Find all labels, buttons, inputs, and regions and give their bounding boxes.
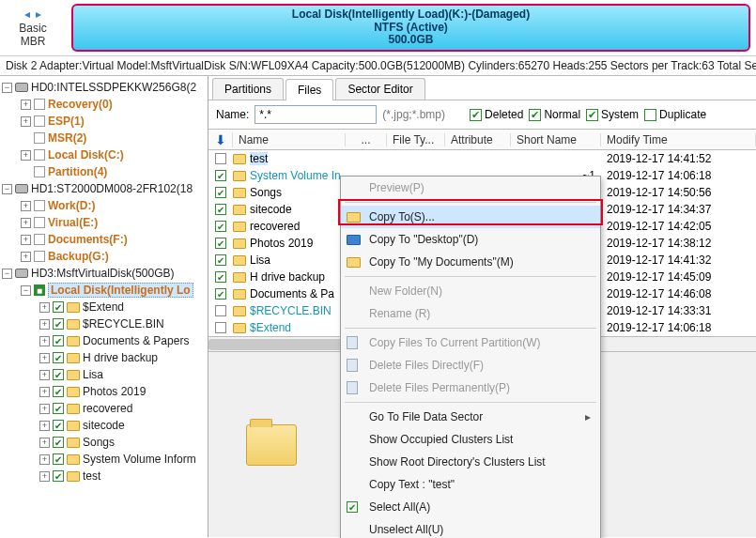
tree-item[interactable]: +✔System Volume Inform: [2, 451, 208, 468]
folder-icon: [233, 323, 246, 333]
desktop-icon: [347, 235, 361, 245]
tree-item[interactable]: +✔Photos 2019: [2, 383, 208, 400]
mi-copy-text[interactable]: Copy Text : "test": [341, 473, 600, 496]
mi-preview[interactable]: Preview(P): [341, 177, 600, 199]
tree-item[interactable]: +✔Documents & Papers: [2, 332, 208, 349]
context-menu: Preview(P) Copy To(S)... Copy To "Deskto…: [340, 176, 601, 538]
folder-icon: [67, 471, 80, 482]
document-icon: [347, 381, 358, 394]
tab-files[interactable]: Files: [285, 79, 333, 100]
mi-select-all[interactable]: ✔Select All(A): [341, 496, 600, 518]
row-checkbox[interactable]: ✔: [215, 187, 226, 198]
nav-fwd-icon[interactable]: ▸: [36, 8, 41, 21]
row-checkbox[interactable]: ✔: [215, 271, 226, 283]
folder-icon: [67, 336, 80, 346]
row-checkbox[interactable]: [215, 305, 226, 316]
check-icon: ✔: [347, 501, 358, 513]
folder-icon: [67, 421, 80, 431]
folder-icon: [67, 370, 80, 380]
table-row[interactable]: test2019-12-17 14:41:52: [208, 150, 756, 167]
nav-back-icon[interactable]: ◂: [24, 8, 30, 21]
mi-new-folder[interactable]: New Folder(N): [341, 280, 600, 302]
mi-delete-perm[interactable]: Delete Files Permanently(P): [341, 377, 600, 399]
folder-icon: [67, 302, 80, 313]
mi-copy-to[interactable]: Copy To(S)...: [341, 206, 600, 228]
folder-icon: [67, 319, 80, 330]
document-icon: [347, 336, 358, 349]
device-tree[interactable]: −HD0:INTELSSDPEKKW256G8(2 +Recovery(0) +…: [0, 76, 208, 537]
folder-icon: [233, 255, 246, 266]
filter-label: Name:: [216, 108, 249, 121]
document-icon: [347, 359, 358, 372]
tree-item[interactable]: +✔$Extend: [2, 299, 208, 315]
row-checkbox[interactable]: [215, 153, 226, 164]
chk-system[interactable]: ✔System: [586, 108, 639, 121]
folder-icon: [67, 438, 80, 448]
grid-header[interactable]: ⬇ Name ... File Ty... Attribute Short Na…: [208, 130, 756, 150]
tree-item[interactable]: +✔Songs: [2, 434, 208, 451]
folder-icon: [233, 205, 246, 215]
tree-item[interactable]: +✔recovered: [2, 400, 208, 417]
tree-item[interactable]: +✔$RECYCLE.BIN: [2, 315, 208, 332]
chk-normal[interactable]: ✔Normal: [529, 108, 580, 121]
tree-item[interactable]: +✔sitecode: [2, 417, 208, 434]
folder-icon: [233, 238, 246, 249]
tab-partitions[interactable]: Partitions: [212, 78, 284, 100]
folder-icon: [233, 222, 246, 232]
chk-deleted[interactable]: ✔Deleted: [470, 108, 523, 121]
mi-root-clusters[interactable]: Show Root Directory's Clusters List: [341, 451, 600, 473]
chk-duplicate[interactable]: ✔Duplicate: [644, 108, 706, 121]
folder-icon: [233, 188, 246, 198]
folder-icon: [233, 289, 246, 300]
disk-icon: [15, 83, 28, 92]
mi-copy-mydocs[interactable]: Copy To "My Documents"(M): [341, 251, 600, 273]
folder-icon: [246, 424, 297, 466]
expander-icon[interactable]: −: [2, 83, 12, 93]
mi-copy-desktop[interactable]: Copy To "Desktop"(D): [341, 228, 600, 251]
row-checkbox[interactable]: ✔: [215, 170, 226, 181]
disk-band[interactable]: Local Disk(Intelligently Load)(K:)-(Dama…: [71, 4, 750, 52]
folder-icon: [67, 353, 80, 363]
folder-icon: [233, 154, 246, 164]
folder-icon: [233, 171, 246, 181]
folder-icon: [67, 404, 80, 414]
tree-item[interactable]: +✔H drive backup: [2, 349, 208, 366]
mi-rename[interactable]: Rename (R): [341, 302, 600, 325]
row-checkbox[interactable]: ✔: [215, 254, 226, 266]
disk-icon: [15, 269, 28, 278]
row-checkbox[interactable]: [215, 322, 226, 333]
filter-bar: Name: (*.jpg;*.bmp) ✔Deleted ✔Normal ✔Sy…: [208, 100, 756, 130]
folder-icon: [67, 454, 80, 465]
tab-sector-editor[interactable]: Sector Editor: [335, 78, 424, 100]
mi-goto-sector[interactable]: Go To File Data Sector▸: [341, 406, 600, 428]
filter-input[interactable]: [255, 105, 377, 124]
folder-icon: [347, 212, 361, 223]
folder-icon: [233, 306, 246, 316]
mi-delete-direct[interactable]: Delete Files Directly(F): [341, 354, 600, 377]
folder-icon: [233, 272, 246, 283]
row-checkbox[interactable]: ✔: [215, 221, 226, 232]
tree-item[interactable]: +✔Lisa: [2, 366, 208, 383]
row-checkbox[interactable]: ✔: [215, 204, 226, 215]
folder-icon: [347, 257, 361, 268]
mi-occupied-clusters[interactable]: Show Occupied Clusters List: [341, 428, 600, 451]
filter-hint: (*.jpg;*.bmp): [382, 108, 445, 121]
sort-icon[interactable]: ⬇: [215, 132, 226, 147]
disk-info-strip: Disk 2 Adapter:Virtual Model:MsftVirtual…: [0, 56, 756, 76]
row-checkbox[interactable]: ✔: [215, 288, 226, 300]
submenu-arrow-icon: ▸: [585, 410, 591, 423]
mi-copy-current[interactable]: Copy Files To Current Partition(W): [341, 331, 600, 354]
folder-icon: [67, 387, 80, 397]
tabs: Partitions Files Sector Editor: [208, 76, 756, 100]
disk-icon: [15, 184, 28, 193]
tree-selected: Local Disk(Intelligently Lo: [48, 283, 193, 298]
row-checkbox[interactable]: ✔: [215, 238, 226, 249]
tree-item[interactable]: +✔test: [2, 468, 208, 484]
mi-unselect-all[interactable]: Unselect All(U): [341, 518, 600, 538]
nav-box: ◂ ▸ BasicMBR: [0, 0, 66, 55]
